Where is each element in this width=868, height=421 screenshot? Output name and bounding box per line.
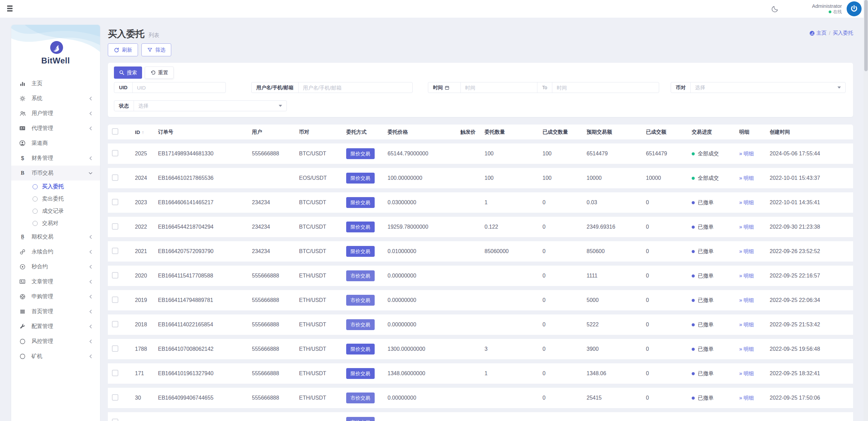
order-type-badge: 市价交易 — [346, 417, 375, 421]
table-row: 2024 EB1664610217865536 EOS/USDT 限价交易 10… — [108, 168, 853, 188]
user-input[interactable] — [299, 82, 412, 93]
cell-order-no: EB1664606141465217 — [158, 199, 252, 206]
row-checkbox[interactable] — [112, 272, 118, 279]
sidebar-item[interactable]: 秒合约 — [11, 259, 100, 274]
order-type-badge: 限价交易 — [346, 148, 375, 159]
detail-link[interactable]: »明细 — [739, 199, 754, 206]
sidebar-item[interactable]: B 币币交易 — [11, 166, 100, 180]
time-from-input[interactable] — [461, 82, 537, 93]
detail-link[interactable]: »明细 — [739, 248, 754, 255]
uid-label: UID — [114, 82, 133, 93]
row-checkbox[interactable] — [112, 394, 118, 401]
row-checkbox[interactable] — [112, 345, 118, 352]
sidebar-item[interactable]: 渠道商 — [11, 136, 100, 151]
col-id[interactable]: ID↑ — [135, 129, 158, 135]
circle-icon — [33, 209, 38, 214]
uid-input[interactable] — [133, 82, 225, 93]
sidebar-item[interactable]: 首页管理 — [11, 304, 100, 319]
dark-mode-icon[interactable] — [771, 4, 780, 13]
row-checkbox[interactable] — [112, 419, 118, 421]
sidebar-subitem[interactable]: 买入委托 — [11, 180, 100, 193]
detail-link[interactable]: »明细 — [739, 273, 754, 279]
cell-price: 0.00000000 — [388, 273, 460, 279]
reset-button[interactable]: 重置 — [145, 66, 174, 79]
vertical-scrollbar[interactable] — [864, 0, 868, 421]
table-row: 171 EB1664101961327940 555666888 ETH/USD… — [108, 363, 853, 384]
sidebar-item[interactable]: 永续合约 — [11, 244, 100, 259]
cell-filled-amt: 0 — [646, 395, 692, 401]
row-checkbox[interactable] — [112, 199, 118, 205]
chevron-left-icon — [88, 235, 93, 239]
row-checkbox[interactable] — [112, 174, 118, 181]
target-icon — [19, 263, 26, 270]
sidebar-item-label: 用户管理 — [32, 110, 88, 117]
cell-filled-qty: 0 — [542, 346, 587, 352]
cell-id: 2020 — [135, 273, 158, 279]
detail-link[interactable]: »明细 — [739, 175, 754, 181]
status-select[interactable]: 选择 — [134, 101, 287, 111]
detail-link[interactable]: »明细 — [739, 224, 754, 230]
detail-link[interactable]: »明细 — [739, 322, 754, 328]
sidebar-item[interactable]: 风控管理 — [11, 334, 100, 349]
sidebar-subitem[interactable]: 交易对 — [11, 217, 100, 229]
sidebar-item[interactable]: 配置管理 — [11, 319, 100, 334]
scrollbar-thumb[interactable] — [864, 0, 868, 71]
col-amount: 委托数量 — [485, 129, 542, 135]
time-to-input[interactable] — [552, 82, 659, 93]
user-label: 用户名/手机/邮箱 — [252, 82, 299, 93]
cell-created: 2022-09-25 17:50:06 — [770, 395, 853, 401]
cell-expected: 5000 — [587, 297, 646, 303]
breadcrumb-home-link[interactable]: 主页 — [809, 30, 827, 36]
brand-name: BitWell — [11, 56, 100, 65]
time-field-group: 时间 To — [428, 82, 659, 93]
select-all-checkbox[interactable] — [112, 128, 118, 135]
search-button[interactable]: 搜索 — [114, 66, 142, 79]
circle-icon — [33, 221, 38, 226]
sidebar-item[interactable]: 申购管理 — [11, 289, 100, 304]
row-checkbox[interactable] — [112, 321, 118, 327]
circle-icon — [33, 196, 38, 202]
detail-link[interactable]: »明细 — [739, 297, 754, 304]
sidebar-item[interactable]: 文章管理 — [11, 274, 100, 289]
cell-order-no: EB1664207572093790 — [158, 248, 252, 254]
cell-price: 0.01000000 — [388, 248, 460, 254]
refresh-button[interactable]: 刷新 — [108, 43, 138, 56]
detail-link[interactable]: »明细 — [739, 346, 754, 352]
sidebar-item[interactable]: 矿机 — [11, 349, 100, 364]
chevron-left-icon — [88, 111, 93, 116]
cell-filled-amt: 10000 — [646, 175, 692, 181]
breadcrumb-current[interactable]: 买入委托 — [833, 30, 853, 36]
cell-filled-amt: 0 — [646, 297, 692, 303]
sidebar-item[interactable]: B 期权交易 — [11, 229, 100, 244]
row-checkbox[interactable] — [112, 248, 118, 254]
pair-select[interactable]: 选择 — [691, 82, 845, 93]
sidebar-submenu: 买入委托 卖出委托 成交记录 交易对 — [11, 180, 100, 229]
sidebar-item[interactable]: $ 财务管理 — [11, 151, 100, 166]
table-row: 2021 EB1664207572093790 234234 BTC/USDT … — [108, 241, 853, 262]
sidebar-subitem[interactable]: 成交记录 — [11, 205, 100, 217]
row-checkbox[interactable] — [112, 150, 118, 156]
avatar[interactable] — [847, 1, 862, 16]
status-badge: 已撤单 — [692, 272, 714, 280]
wrench-icon — [19, 323, 26, 330]
sidebar-item[interactable]: 代理管理 — [11, 121, 100, 136]
status-dot-icon — [692, 177, 695, 180]
sidebar-item[interactable]: 系统 — [11, 91, 100, 106]
user-info[interactable]: Administrator 在线 — [812, 3, 842, 15]
sidebar-item[interactable]: 用户管理 — [11, 106, 100, 121]
detail-link[interactable]: »明细 — [739, 151, 754, 157]
row-checkbox[interactable] — [112, 370, 118, 376]
row-checkbox[interactable] — [112, 296, 118, 303]
cell-filled-amt: 0 — [646, 248, 692, 254]
detail-link[interactable]: »明细 — [739, 395, 754, 401]
sidebar-subitem-label: 卖出委托 — [42, 195, 64, 203]
menu-toggle-button[interactable] — [7, 5, 16, 12]
detail-link[interactable]: »明细 — [739, 370, 754, 377]
gear-icon — [19, 95, 26, 102]
filter-button[interactable]: 筛选 — [141, 43, 171, 56]
cell-filled-amt: 0 — [646, 346, 692, 352]
sidebar-subitem[interactable]: 卖出委托 — [11, 193, 100, 205]
sidebar-item[interactable]: 主页 — [11, 76, 100, 91]
row-checkbox[interactable] — [112, 223, 118, 230]
cell-created: 2022-09-25 18:32:41 — [770, 370, 853, 377]
